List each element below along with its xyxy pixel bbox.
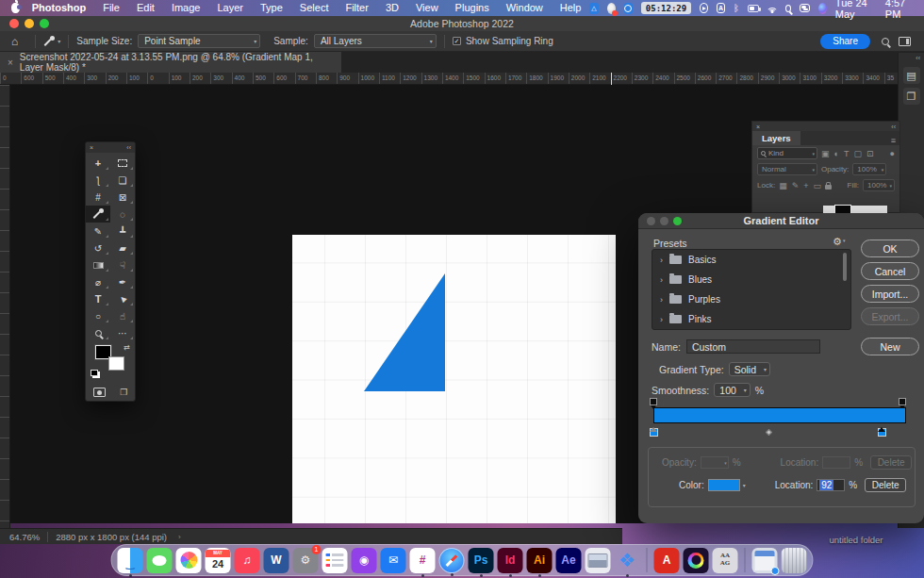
upload-app-icon[interactable]: △ [589,3,598,14]
dock-photoshop[interactable]: Ps [469,548,494,573]
opacity-location-field[interactable] [822,456,850,469]
screen-mode-button[interactable]: ❐ [120,388,127,397]
vertical-ruler[interactable] [0,85,10,528]
dock-minimized-window[interactable] [752,548,778,573]
default-colors-icon[interactable] [91,370,98,376]
timer-app-icon[interactable] [624,3,633,14]
dock-photos[interactable] [176,548,202,573]
dock-creative-cloud[interactable] [684,548,709,573]
menu-filter[interactable]: Filter [337,0,376,16]
menu-3d[interactable]: 3D [377,0,407,16]
lock-all-icon[interactable] [825,185,832,190]
lock-position-icon[interactable]: + [803,181,808,190]
preset-folder-basics[interactable]: ›Basics [652,250,850,270]
menu-type[interactable]: Type [252,0,291,16]
expand-chevron-icon[interactable]: › [660,275,663,285]
dock-reminders[interactable] [322,548,348,573]
status-chevron-icon[interactable]: › [178,533,181,541]
collapsed-channels-panel-icon[interactable]: ▤ [903,67,920,84]
tool-dodge[interactable]: ⌀ [86,273,110,290]
menu-plugins[interactable]: Plugins [447,0,498,16]
type-layer-filter-icon[interactable]: T [844,149,850,158]
siri-icon[interactable] [818,3,827,14]
tool-pen[interactable]: ✒ [110,273,135,290]
dock-screenshot-preview[interactable] [586,548,611,573]
tool-eyedropper[interactable] [86,206,110,223]
tools-panel-collapse-icon[interactable]: ‹‹ [126,144,131,151]
gradient-preview-bar[interactable] [653,407,906,423]
new-button[interactable]: New [861,338,919,355]
bluetooth-icon[interactable]: ᛒ [734,3,739,13]
tool-rectangular-marquee[interactable] [110,155,135,172]
zoom-level[interactable]: 64.76% [0,532,40,542]
menu-edit[interactable]: Edit [128,0,163,16]
dock-music[interactable]: ♫ [235,548,260,573]
home-icon[interactable]: ⌂ [11,35,18,48]
dock-font-book[interactable]: AAAG [713,548,738,573]
recording-app-icon[interactable] [607,3,616,14]
presets-gear-icon[interactable]: ⚙ [833,236,845,248]
tool-brush[interactable]: ✎ [86,223,110,239]
gradient-type-dropdown[interactable]: Solid [729,362,770,376]
dock-mail[interactable]: ✉ [381,548,406,573]
color-location-field[interactable]: 92 [817,479,845,491]
preset-folder-pinks[interactable]: ›Pinks [652,309,850,329]
export-button[interactable]: Export... [861,307,919,325]
menu-bar-time[interactable]: 4:57 PM [885,0,915,20]
panel-menu-icon[interactable]: ≡ [891,136,899,145]
delete-opacity-stop-button[interactable]: Delete [870,455,912,470]
dock-safari[interactable] [439,548,465,573]
fill-dropdown[interactable]: 100% [863,179,895,191]
document-tab[interactable]: × Screenshot 2022-05-24 at 3.13.55 PM.pn… [0,52,341,73]
sampling-ring-checkbox[interactable] [453,37,461,45]
cancel-button[interactable]: Cancel [861,262,919,280]
panel-dock-collapse-icon[interactable]: ‹‹ [899,53,924,63]
tool-preset-caret-icon[interactable]: ▾ [58,38,60,44]
dock-trash[interactable] [782,548,807,573]
tool-hand[interactable]: ☝ [110,307,135,324]
tool-more-tools[interactable]: ⋯ [110,324,135,341]
a-app-icon[interactable] [717,3,725,13]
menu-view[interactable]: View [407,0,447,16]
dock-acrobat[interactable]: A [654,548,680,573]
play-status-icon[interactable] [700,3,708,13]
menu-photoshop[interactable]: Photoshop [24,0,94,16]
dock-creative-app[interactable] [615,548,640,573]
wifi-icon[interactable] [767,4,777,13]
stop-opacity-field[interactable] [701,456,729,469]
tool-type[interactable]: T [86,290,110,307]
menu-file[interactable]: File [94,0,128,16]
desktop-folder-label[interactable]: untitled folder [818,535,894,545]
blend-mode-dropdown[interactable]: Normal [757,163,817,175]
tool-clone-stamp[interactable]: ┻ [110,223,135,239]
tool-history-brush[interactable]: ↺ [86,239,110,256]
color-swatch-caret-icon[interactable]: ▾ [743,482,746,488]
background-color-swatch[interactable] [108,356,124,371]
layer-filter-kind-dropdown[interactable]: Kind [757,147,817,159]
dock-messages[interactable] [147,548,173,573]
opacity-dropdown[interactable]: 100% [852,163,886,175]
opacity-stop-left[interactable] [650,398,657,405]
eyedropper-tool-icon[interactable] [43,36,55,47]
share-button[interactable]: Share [820,34,870,49]
menu-image[interactable]: Image [163,0,209,16]
swap-colors-icon[interactable]: ⇄ [124,343,130,352]
gradient-name-field[interactable]: Custom [686,339,820,354]
presets-scrollbar[interactable] [843,253,847,281]
import-button[interactable]: Import... [861,285,919,303]
menu-bar-date[interactable]: Tue 24 May [835,0,877,20]
gradient-midpoint-marker[interactable] [766,429,772,436]
layers-panel-collapse-icon[interactable]: ‹‹ [891,124,896,130]
layers-panel-close-icon[interactable]: × [756,124,760,130]
menu-layer[interactable]: Layer [208,0,252,16]
sample-size-dropdown[interactable]: Point Sample [138,34,260,48]
dock-slack[interactable]: # [410,548,436,573]
spotlight-search-icon[interactable] [785,5,792,12]
lock-pixels-icon[interactable]: ✎ [792,181,800,190]
tool-spot-healing-brush[interactable]: ◌ [110,206,135,223]
tool-lasso[interactable]: ƪ [86,172,110,189]
shape-layer-filter-icon[interactable]: ▢ [853,149,862,158]
lock-artboard-icon[interactable]: ▭ [813,181,821,190]
dock-word[interactable]: W [264,548,289,573]
tool-gradient[interactable] [86,256,110,273]
